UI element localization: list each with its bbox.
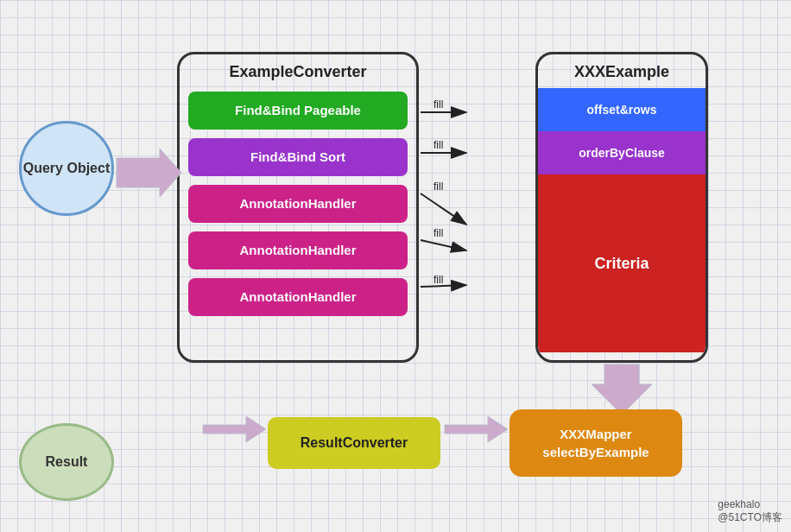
- xxx-example-inner: offset&rows orderByClause Criteria: [538, 88, 706, 352]
- query-object-label: Query Object: [23, 160, 110, 178]
- result-converter-label: ResultConverter: [301, 435, 408, 451]
- result-converter-to-result-arrow: [203, 416, 266, 442]
- arrow-3-line: [421, 193, 466, 225]
- example-converter-title: ExampleConverter: [188, 63, 408, 81]
- find-bind-pageable-btn: Find&Bind Pageable: [188, 92, 408, 130]
- example-converter-box: ExampleConverter Find&Bind Pageable Find…: [177, 52, 419, 363]
- query-to-converter-arrow: [117, 149, 181, 197]
- annotation-handler-1-btn: AnnotationHandler: [188, 185, 408, 223]
- fill-label-5: fill: [433, 274, 443, 286]
- watermark-line2: @51CTO博客: [718, 510, 782, 525]
- result-converter-box: ResultConverter: [268, 417, 440, 469]
- arrow-5-line: [421, 285, 466, 287]
- offset-rows-segment: offset&rows: [538, 88, 706, 131]
- diagram: Query Object ExampleConverter Find&Bind …: [0, 0, 791, 532]
- order-by-clause-segment: orderByClause: [538, 131, 706, 174]
- annotation-handler-3-btn: AnnotationHandler: [188, 278, 408, 316]
- fill-label-4: fill: [433, 227, 443, 239]
- query-object-node: Query Object: [19, 121, 114, 216]
- mapper-to-result-converter-arrow: [445, 416, 508, 442]
- xxx-example-title: XXXExample: [538, 54, 706, 88]
- xxx-example-box: XXXExample offset&rows orderByClause Cri…: [535, 52, 708, 363]
- arrow-4-line: [421, 240, 466, 250]
- find-bind-sort-btn: Find&Bind Sort: [188, 138, 408, 176]
- xxx-mapper-line2: selectByExample: [542, 443, 649, 461]
- xxx-example-to-mapper-arrow: [592, 364, 652, 415]
- watermark: geekhalo @51CTO博客: [718, 498, 782, 525]
- watermark-line1: geekhalo: [718, 498, 782, 510]
- fill-label-3: fill: [433, 180, 443, 193]
- fill-label-2: fill: [433, 139, 443, 151]
- fill-label-1: fill: [433, 98, 443, 111]
- result-node: Result: [19, 423, 114, 501]
- criteria-segment: Criteria: [538, 174, 706, 352]
- xxx-mapper-box: XXXMapper selectByExample: [509, 409, 682, 477]
- xxx-mapper-line1: XXXMapper: [560, 425, 631, 443]
- result-label: Result: [46, 454, 88, 470]
- annotation-handler-2-btn: AnnotationHandler: [188, 231, 408, 269]
